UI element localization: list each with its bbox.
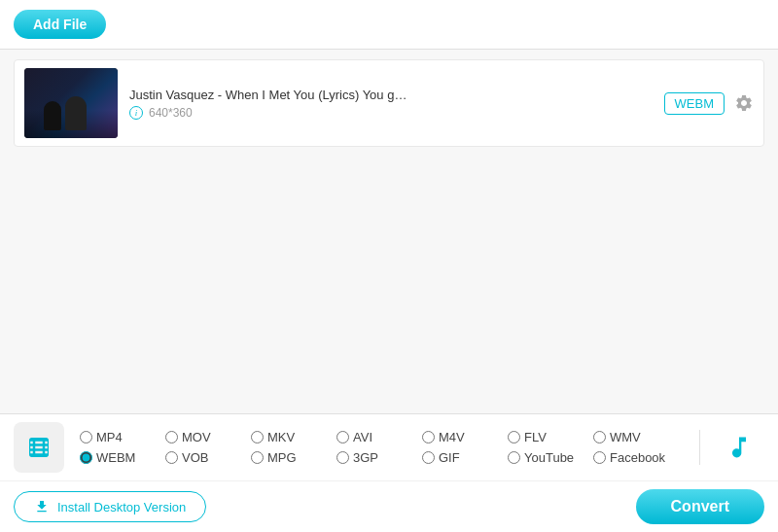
format-radio-gif[interactable] [422,451,435,464]
format-label-3gp: 3GP [353,450,378,465]
format-label-m4v: M4V [439,430,465,444]
file-resolution: 640*360 [149,106,193,120]
format-label-mpg: MPG [267,450,297,465]
file-thumbnail [24,68,118,138]
format-row-1: MP4MOVMKVAVIM4VFLVWMV [80,430,686,444]
music-icon [725,434,753,461]
format-option-avi[interactable]: AVI [336,430,422,444]
format-selector: MP4MOVMKVAVIM4VFLVWMV WEBMVOBMPG3GPGIFYo… [0,414,778,480]
bottom-panel: MP4MOVMKVAVIM4VFLVWMV WEBMVOBMPG3GPGIFYo… [0,413,778,532]
format-radio-mpg[interactable] [251,451,264,464]
info-icon[interactable]: i [129,106,143,120]
format-badge: WEBM [664,92,725,115]
video-format-icon-box[interactable] [14,422,64,473]
format-option-webm[interactable]: WEBM [80,450,165,465]
format-radio-vob[interactable] [165,451,178,464]
format-radio-webm[interactable] [80,451,92,464]
film-icon [24,433,53,462]
toolbar: Add File [0,0,778,50]
file-actions: WEBM [664,92,754,115]
format-option-facebook[interactable]: Facebook [593,450,679,465]
format-option-mp4[interactable]: MP4 [80,430,165,444]
format-radio-3gp[interactable] [336,451,349,464]
format-option-gif[interactable]: GIF [422,450,508,465]
format-option-mov[interactable]: MOV [165,430,251,444]
format-option-3gp[interactable]: 3GP [336,450,422,465]
format-label-youtube: YouTube [524,450,574,465]
file-title: Justin Vasquez - When I Met You (Lyrics)… [129,88,653,102]
format-label-wmv: WMV [610,430,641,444]
format-label-flv: FLV [524,430,547,444]
format-label-facebook: Facebook [610,450,665,465]
install-desktop-button[interactable]: Install Desktop Version [14,491,206,522]
format-label-mkv: MKV [267,430,295,444]
format-radio-mkv[interactable] [251,431,264,443]
format-label-mp4: MP4 [96,430,123,444]
format-option-mkv[interactable]: MKV [251,430,336,444]
file-info: Justin Vasquez - When I Met You (Lyrics)… [129,88,653,120]
bottom-actions: Install Desktop Version Convert [0,480,778,532]
format-radio-flv[interactable] [508,431,520,443]
file-item: Justin Vasquez - When I Met You (Lyrics)… [14,59,764,147]
file-meta: i 640*360 [129,106,653,120]
format-grid: MP4MOVMKVAVIM4VFLVWMV WEBMVOBMPG3GPGIFYo… [80,430,700,465]
format-radio-youtube[interactable] [508,451,520,464]
format-label-mov: MOV [182,430,211,444]
audio-format-icon-box[interactable] [714,422,764,473]
format-radio-wmv[interactable] [593,431,606,443]
format-row-2: WEBMVOBMPG3GPGIFYouTubeFacebook [80,450,686,465]
file-list: Justin Vasquez - When I Met You (Lyrics)… [0,50,778,413]
gear-button[interactable] [734,93,754,113]
format-option-flv[interactable]: FLV [508,430,593,444]
format-option-vob[interactable]: VOB [165,450,251,465]
install-desktop-label: Install Desktop Version [57,500,186,514]
format-radio-m4v[interactable] [422,431,435,443]
format-label-webm: WEBM [96,450,135,465]
format-label-gif: GIF [439,450,460,465]
format-label-avi: AVI [353,430,372,444]
format-radio-facebook[interactable] [593,451,606,464]
format-option-youtube[interactable]: YouTube [508,450,593,465]
gear-icon [734,93,754,113]
add-file-button[interactable]: Add File [14,10,106,39]
format-option-m4v[interactable]: M4V [422,430,508,444]
convert-button[interactable]: Convert [636,489,764,524]
format-radio-mp4[interactable] [80,431,92,443]
format-radio-avi[interactable] [336,431,349,443]
format-radio-mov[interactable] [165,431,178,443]
format-option-mpg[interactable]: MPG [251,450,336,465]
download-icon [34,499,50,514]
format-label-vob: VOB [182,450,208,465]
format-option-wmv[interactable]: WMV [593,430,679,444]
